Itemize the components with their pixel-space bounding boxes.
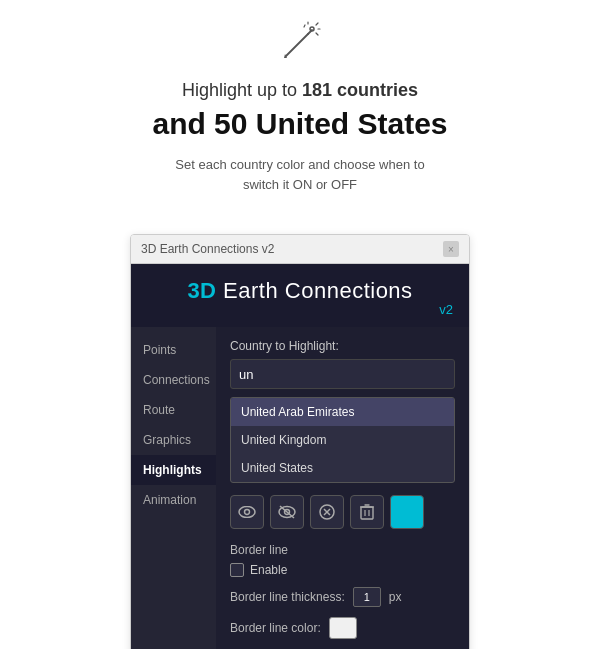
sidebar-item-animation[interactable]: Animation — [131, 485, 216, 515]
enable-label: Enable — [250, 563, 287, 577]
svg-line-5 — [316, 33, 318, 35]
dropdown-item-uk[interactable]: United Kingdom — [231, 426, 454, 454]
thickness-input[interactable]: 1 — [353, 587, 381, 607]
app-title-3d: 3D — [187, 278, 216, 303]
trash-icon-button[interactable] — [350, 495, 384, 529]
close-circle-icon-button[interactable] — [310, 495, 344, 529]
search-input-wrap[interactable]: un — [230, 359, 455, 389]
border-section-title: Border line — [230, 543, 455, 557]
eye-slash-icon-button[interactable] — [270, 495, 304, 529]
hero-subtitle: Highlight up to 181 countries — [182, 80, 418, 101]
main-panel: Country to Highlight: un United Arab Emi… — [216, 327, 469, 649]
svg-line-0 — [286, 34, 308, 56]
px-label: px — [389, 590, 402, 604]
enable-checkbox-row: Enable — [230, 563, 455, 577]
hero-description: Set each country color and choose when t… — [175, 155, 424, 194]
app-window: 3D Earth Connections v2 × 3D Earth Conne… — [130, 234, 470, 649]
svg-point-2 — [310, 27, 314, 31]
sidebar-item-connections[interactable]: Connections — [131, 365, 216, 395]
app-header: 3D Earth Connections v2 — [131, 264, 469, 327]
border-color-swatch[interactable] — [329, 617, 357, 639]
enable-checkbox[interactable] — [230, 563, 244, 577]
hero-title: and 50 United States — [152, 107, 447, 141]
sidebar: Points Connections Route Graphics Highli… — [131, 327, 216, 649]
svg-rect-17 — [361, 507, 373, 519]
color-row: Border line color: — [230, 617, 455, 639]
window-title-bar: 3D Earth Connections v2 × — [131, 235, 469, 264]
wand-icon — [278, 20, 322, 68]
svg-line-3 — [316, 23, 318, 25]
icon-row — [230, 495, 455, 529]
svg-point-10 — [245, 510, 250, 515]
thickness-row: Border line thickness: 1 px — [230, 587, 455, 607]
sidebar-item-highlights[interactable]: Highlights — [131, 455, 216, 485]
sidebar-item-route[interactable]: Route — [131, 395, 216, 425]
sidebar-item-graphics[interactable]: Graphics — [131, 425, 216, 455]
svg-line-6 — [304, 25, 305, 27]
thickness-label: Border line thickness: — [230, 590, 345, 604]
dropdown-item-us[interactable]: United States — [231, 454, 454, 482]
window-close-button[interactable]: × — [443, 241, 459, 257]
hero-section: Highlight up to 181 countries and 50 Uni… — [0, 20, 600, 214]
dropdown-item-uae[interactable]: United Arab Emirates — [231, 398, 454, 426]
app-body: Points Connections Route Graphics Highli… — [131, 327, 469, 649]
country-dropdown[interactable]: United Arab Emirates United Kingdom Unit… — [230, 397, 455, 483]
eye-icon-button[interactable] — [230, 495, 264, 529]
svg-point-9 — [239, 507, 255, 518]
app-title: 3D Earth Connections — [147, 278, 453, 304]
app-subtitle: v2 — [147, 302, 453, 317]
window-title-text: 3D Earth Connections v2 — [141, 242, 274, 256]
country-label: Country to Highlight: — [230, 339, 455, 353]
search-input-value: un — [239, 367, 253, 382]
color-label: Border line color: — [230, 621, 321, 635]
sidebar-item-points[interactable]: Points — [131, 335, 216, 365]
color-swatch-cyan[interactable] — [390, 495, 424, 529]
